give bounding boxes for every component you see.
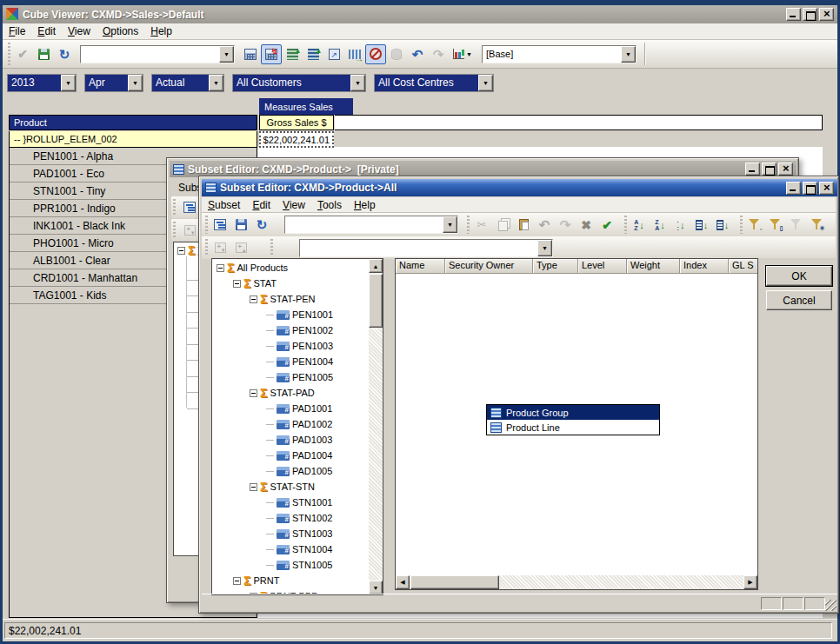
combo-arrow-icon[interactable]: ▼ <box>350 75 365 91</box>
subset-editor-foreground-window[interactable]: Subset Editor: CXMD->Product->All Subset… <box>198 176 839 614</box>
save-subset-button[interactable] <box>230 215 251 235</box>
filter-attribute-button[interactable]: ▯ <box>765 215 786 235</box>
paste-button[interactable] <box>513 215 534 235</box>
minimize-button[interactable] <box>786 182 801 195</box>
properties-horizontal-scrollbar[interactable]: ◀ ▶ <box>396 575 757 589</box>
recalc-grid-button[interactable] <box>240 44 261 64</box>
expand-toggle[interactable] <box>177 247 185 255</box>
save-view-button[interactable] <box>33 44 54 64</box>
dropdown-option[interactable]: Product Group <box>487 405 659 420</box>
toolbar-grip[interactable] <box>467 216 470 234</box>
filter-subset-button[interactable]: ▫ <box>744 215 765 235</box>
scrollbar-thumb[interactable] <box>369 274 383 328</box>
sort-index-ascending-button[interactable]: ↓ <box>691 215 712 235</box>
tree-node[interactable]: ΣSTAT-PEN <box>212 291 369 307</box>
expand-toggle[interactable] <box>250 389 257 397</box>
column-header-gl-s[interactable]: GL S <box>729 259 758 274</box>
dimension-combo-3[interactable]: All Customers▼ <box>232 74 366 92</box>
cancel-button[interactable]: Cancel <box>766 290 832 310</box>
column-header-index[interactable]: Index <box>680 259 729 274</box>
scrollbar-thumb[interactable] <box>410 575 499 589</box>
tree-leaf[interactable]: #STN1003 <box>212 526 369 541</box>
tree-node[interactable]: ΣSTAT-STN <box>212 479 369 495</box>
tree-leaf[interactable]: #PAD1005 <box>212 463 369 479</box>
redo-button[interactable]: ↷ <box>428 44 449 64</box>
menu-options[interactable]: Options <box>97 23 144 39</box>
expand-toggle[interactable] <box>233 280 241 288</box>
column-header-level[interactable]: Level <box>578 259 627 274</box>
menu-file[interactable]: File <box>3 23 31 39</box>
column-header-weight[interactable]: Weight <box>627 259 680 274</box>
undo-button[interactable]: ↶ <box>534 215 555 235</box>
tree-leaf[interactable]: #PEN1002 <box>212 322 369 338</box>
sort-ascending-button[interactable]: AZ↓ <box>629 215 650 235</box>
tree-node[interactable]: ΣSTAT-PAD <box>212 385 369 401</box>
tree-node[interactable]: ΣAll Products <box>212 260 369 276</box>
toolbar-grip[interactable] <box>173 222 176 238</box>
scroll-down-button[interactable]: ▼ <box>369 581 383 594</box>
combo-arrow-icon[interactable]: ▼ <box>128 75 143 91</box>
subset-name-combo[interactable]: ▼ <box>284 216 458 234</box>
commit-button[interactable]: ✔ <box>12 44 33 64</box>
combo-arrow-icon[interactable]: ▼ <box>537 240 552 256</box>
expand-toggle[interactable] <box>250 295 257 303</box>
filter-clear-button[interactable] <box>786 215 807 235</box>
maximize-button[interactable] <box>762 163 777 176</box>
combo-arrow-icon[interactable]: ▼ <box>621 46 636 63</box>
menu-tools[interactable]: Tools <box>311 197 348 213</box>
toolbar-grip[interactable] <box>205 216 208 234</box>
combo-arrow-icon[interactable]: ▼ <box>443 216 457 233</box>
combo-arrow-icon[interactable]: ▼ <box>61 75 76 91</box>
tree-leaf[interactable]: #PEN1001 <box>212 307 369 322</box>
foreground-titlebar[interactable]: Subset Editor: CXMD->Product->All <box>202 179 837 196</box>
subset-all-button[interactable] <box>179 197 200 217</box>
cube-viewer-titlebar[interactable]: Cube Viewer: CXMD->Sales->Default <box>3 5 837 23</box>
maximize-button[interactable] <box>803 182 817 195</box>
combo-arrow-icon[interactable]: ▼ <box>209 75 223 91</box>
tree-leaf[interactable]: #PEN1004 <box>212 354 369 369</box>
menu-subset[interactable]: Subset <box>202 197 246 213</box>
tree-vertical-scrollbar[interactable]: ▲ ▼ <box>369 259 383 594</box>
tree-leaf[interactable]: #STN1004 <box>212 541 369 557</box>
measure-column-header[interactable]: Gross Sales $ <box>259 115 334 130</box>
chart-button[interactable]: ▼ <box>449 44 477 64</box>
tree-leaf[interactable]: #PEN1003 <box>212 338 369 354</box>
sort-hierarchy-button[interactable]: ·:↓ <box>670 215 691 235</box>
column-dimension-tab[interactable]: Measures Sales <box>259 98 353 115</box>
dimension-combo-4[interactable]: All Cost Centres▼ <box>374 74 494 92</box>
toolbar-grip[interactable] <box>624 216 627 234</box>
expand-toggle[interactable] <box>233 577 241 585</box>
redo-button[interactable]: ↷ <box>555 215 576 235</box>
dimension-combo-2[interactable]: Actual▼ <box>151 74 224 92</box>
selected-value-cell[interactable]: $22,002,241.01 <box>259 131 334 148</box>
toolbar-grip[interactable] <box>740 216 743 234</box>
toolbar-grip[interactable] <box>173 199 176 216</box>
menu-help[interactable]: Help <box>144 23 178 39</box>
resize-grip[interactable] <box>825 600 837 611</box>
expand-toggle[interactable] <box>250 483 257 491</box>
sort-descending-button[interactable]: ZA↓ <box>650 215 670 235</box>
automatic-recalc-button[interactable]: ↯ <box>261 44 282 64</box>
expand-toggle[interactable] <box>217 264 224 272</box>
maximize-button[interactable] <box>803 8 817 21</box>
tree-leaf[interactable]: #PAD1002 <box>212 416 369 432</box>
tree-leaf[interactable]: #PAD1004 <box>212 448 369 463</box>
menu-edit[interactable]: Edit <box>246 197 277 213</box>
subset-all-button[interactable] <box>210 215 230 235</box>
filter-wildcard-button[interactable]: ✳ <box>807 215 828 235</box>
minimize-button[interactable] <box>786 8 801 21</box>
row-dimension-header[interactable]: Product <box>9 115 257 130</box>
column-header-security-owner[interactable]: Security Owner <box>445 259 533 274</box>
ok-button[interactable]: OK <box>766 266 832 286</box>
dimension-combo-0[interactable]: 2013▼ <box>7 74 77 92</box>
menu-view[interactable]: View <box>62 23 97 39</box>
drill-up-button[interactable] <box>230 238 251 258</box>
chart-dropdown-icon[interactable]: ▼ <box>466 51 472 57</box>
keep-elements-button[interactable]: ✔ <box>597 215 617 235</box>
close-button[interactable] <box>778 163 793 176</box>
minimize-button[interactable] <box>745 163 760 176</box>
combo-arrow-icon[interactable]: ▼ <box>478 75 493 91</box>
tree-leaf[interactable]: #STN1001 <box>212 495 369 510</box>
view-name-combo[interactable]: ▼ <box>80 45 235 63</box>
undo-button[interactable]: ↶ <box>407 44 428 64</box>
